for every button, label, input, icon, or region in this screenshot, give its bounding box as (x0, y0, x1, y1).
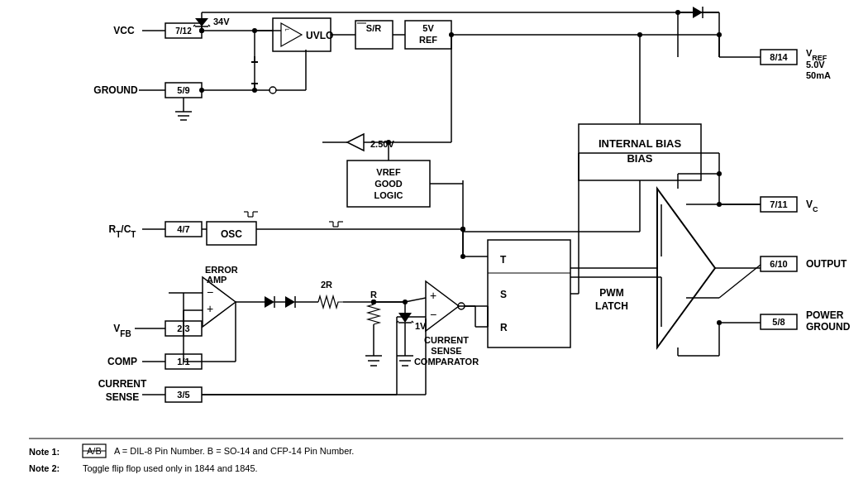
svg-point-204 (252, 88, 257, 93)
comp-label: COMP (107, 356, 137, 367)
svg-text:LOGIC: LOGIC (374, 190, 403, 200)
svg-text:5/8: 5/8 (772, 317, 785, 327)
svg-text:GROUND: GROUND (806, 321, 851, 333)
svg-text:AMP: AMP (207, 275, 227, 285)
svg-point-166 (460, 227, 465, 232)
svg-point-198 (717, 202, 722, 207)
1v-label: 1V (415, 321, 427, 331)
ground-label: GROUND (93, 84, 138, 96)
svg-text:PWM: PWM (599, 287, 623, 299)
svg-rect-0 (0, 0, 868, 484)
svg-text:ERROR: ERROR (205, 265, 238, 275)
svg-text:+: + (207, 302, 213, 315)
svg-text:VREF: VREF (376, 167, 401, 177)
svg-point-92 (386, 140, 391, 145)
svg-point-81 (637, 32, 642, 37)
r-latch-label: R (500, 322, 508, 333)
svg-text:8/14: 8/14 (770, 52, 788, 62)
internal-bias-label: INTERNAL BIAS (599, 137, 681, 150)
svg-text:S/R: S/R (366, 23, 381, 33)
svg-text:BIAS: BIAS (627, 152, 652, 165)
v34-label: 34V (213, 17, 230, 26)
svg-text:CURRENT: CURRENT (424, 335, 469, 345)
note1-label: Note 1: (29, 447, 60, 457)
svg-text:COMPARATOR: COMPARATOR (414, 357, 479, 367)
svg-text:50mA: 50mA (806, 70, 831, 80)
output-label: OUTPUT (806, 258, 847, 270)
svg-point-199 (717, 320, 722, 325)
svg-text:GOOD: GOOD (374, 179, 403, 189)
svg-text:5/9: 5/9 (177, 85, 189, 95)
svg-point-216 (371, 300, 376, 304)
svg-text:7/11: 7/11 (770, 199, 787, 209)
vcc-label: VCC (113, 25, 135, 36)
diagram-container: 7/12 VCC 5/9 GROUND 4/7 RT/CT 2/3 VFB 1/… (0, 0, 868, 484)
svg-text:−: − (207, 285, 213, 299)
osc-label: OSC (221, 228, 242, 240)
svg-point-51 (199, 28, 204, 33)
svg-point-53 (199, 88, 204, 93)
svg-text:+: + (430, 289, 436, 302)
svg-text:LATCH: LATCH (595, 300, 628, 312)
svg-point-77 (675, 10, 680, 15)
svg-text:5V: 5V (422, 23, 434, 33)
s-latch-label: S (500, 289, 507, 300)
svg-point-197 (717, 171, 722, 176)
svg-text:REF: REF (419, 35, 437, 45)
v250-label: 2.50V (370, 139, 394, 149)
note1-text: A = DIL-8 Pin Number. B = SO-14 and CFP-… (114, 446, 354, 456)
svg-text:7/12: 7/12 (175, 26, 192, 36)
power-ground-label: POWER (806, 309, 844, 321)
2r-label: 2R (321, 280, 332, 290)
note2-label: Note 2: (29, 463, 60, 473)
svg-text:5.0V: 5.0V (806, 60, 825, 69)
svg-text:3/5: 3/5 (177, 390, 189, 400)
svg-text:4/7: 4/7 (177, 224, 189, 234)
note2-text: Toggle flip flop used only in 1844 and 1… (83, 463, 258, 473)
uvlo-label: UVLO (306, 30, 333, 41)
svg-text:−: − (430, 308, 436, 321)
r-label: R (370, 290, 377, 300)
svg-text:6/10: 6/10 (770, 259, 787, 269)
svg-point-85 (449, 32, 454, 37)
current-sense-label: CURRENT (98, 378, 147, 390)
svg-point-207 (269, 87, 276, 93)
t-flip-flop-label: T (500, 254, 507, 266)
svg-point-167 (460, 254, 465, 259)
svg-text:SENSE: SENSE (431, 346, 461, 356)
svg-text:SENSE: SENSE (106, 391, 140, 403)
